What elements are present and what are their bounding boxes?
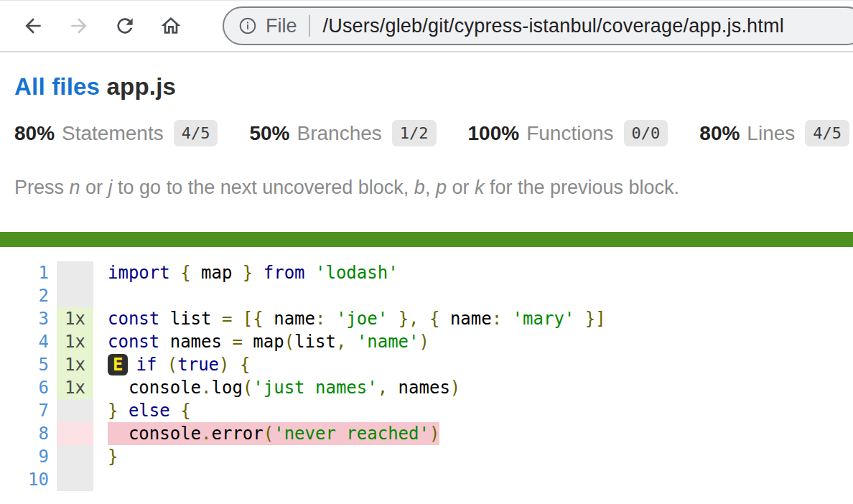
code-token: ) (419, 332, 429, 352)
address-separator (309, 15, 310, 37)
execution-count: 1x (57, 307, 93, 330)
code-token: error (212, 424, 264, 444)
code-token: : (492, 309, 502, 329)
code-line: const list = [{ name: 'joe' }, { name: '… (93, 307, 606, 330)
code-token: . (201, 424, 211, 444)
code-token (170, 263, 180, 283)
code-token: console (108, 378, 201, 398)
code-token: = (232, 332, 242, 352)
execution-count (57, 261, 93, 284)
code-token: name (264, 309, 315, 329)
code-token: true (177, 355, 219, 375)
help-text-segment: or (80, 177, 108, 198)
code-token: from (264, 263, 305, 283)
code-token: if (136, 355, 157, 375)
execution-count: 1x (57, 330, 93, 353)
source-code-view: 1import { map } from 'lodash'231xconst l… (0, 261, 853, 491)
code-line: console.log('just names', names) (93, 376, 460, 399)
url-scheme-label: File (266, 15, 297, 37)
code-line (93, 468, 108, 491)
stat-percentage: 50% (249, 122, 289, 145)
code-token: ) (429, 424, 439, 444)
line-number-gap (49, 284, 57, 307)
code-token: 'never reached' (274, 424, 429, 444)
code-line-row: 31xconst list = [{ name: 'joe' }, { name… (0, 307, 853, 330)
code-token: } (243, 263, 253, 283)
code-line: Eif (true) { (93, 353, 250, 376)
uncovered-statement-highlight: console.error('never reached') (108, 422, 439, 445)
code-token (170, 401, 180, 421)
code-line-row: 1import { map } from 'lodash' (0, 261, 853, 284)
code-token: else (129, 401, 170, 421)
code-token: 'lodash' (315, 263, 398, 283)
code-token: } (108, 401, 118, 421)
execution-count (57, 445, 93, 468)
stat-fraction-badge: 1/2 (392, 120, 437, 146)
code-line-row: 7} else { (0, 399, 853, 422)
code-token: names (388, 378, 450, 398)
shortcut-key: p (436, 177, 447, 198)
code-token: { (180, 401, 190, 421)
code-token: ( (243, 378, 253, 398)
stat-percentage: 80% (699, 122, 740, 145)
code-token: console (108, 424, 201, 444)
forward-arrow-icon (67, 14, 90, 37)
code-token: list (159, 309, 222, 329)
shortcut-key: k (475, 177, 485, 198)
line-number-gap (49, 468, 57, 491)
coverage-stat: 100%Functions0/0 (468, 120, 668, 146)
execution-count (57, 399, 93, 422)
code-token (325, 309, 335, 329)
breadcrumb-all-files-link[interactable]: All files (14, 73, 100, 100)
code-line-row: 2 (0, 284, 853, 307)
code-token: map (243, 332, 284, 352)
line-number: 1 (0, 261, 49, 284)
code-token: : (315, 309, 325, 329)
stat-fraction-badge: 0/0 (624, 120, 668, 146)
code-token (574, 309, 584, 329)
back-arrow-icon (22, 14, 45, 37)
code-line (93, 284, 108, 307)
coverage-status-bar (0, 232, 853, 247)
address-bar[interactable]: File /Users/gleb/git/cypress-istanbul/co… (223, 6, 853, 45)
execution-count (57, 284, 93, 307)
reload-button[interactable] (112, 13, 138, 39)
help-text-segment: for the previous block. (484, 177, 679, 198)
code-token: ( (264, 424, 274, 444)
stat-percentage: 80% (14, 122, 55, 145)
line-number: 7 (0, 399, 49, 422)
code-token (419, 309, 429, 329)
code-token: ( (284, 332, 294, 352)
home-icon (159, 14, 182, 37)
coverage-stat: 50%Branches1/2 (249, 120, 436, 146)
code-token: }, (398, 309, 419, 329)
line-number: 6 (0, 376, 49, 399)
line-number-gap (49, 422, 57, 445)
execution-count: 1x (57, 376, 93, 399)
help-text-segment: , (425, 177, 436, 198)
stat-fraction-badge: 4/5 (805, 120, 849, 146)
code-token (388, 309, 398, 329)
page-info-icon[interactable] (238, 17, 257, 35)
home-button[interactable] (158, 13, 184, 39)
reload-icon (113, 14, 136, 37)
code-token: list (294, 332, 336, 352)
stat-label: Functions (526, 122, 613, 145)
code-token (502, 309, 512, 329)
forward-button[interactable] (66, 13, 92, 39)
line-number-gap (49, 307, 57, 330)
code-token (118, 401, 128, 421)
back-button[interactable] (20, 13, 46, 39)
line-number: 2 (0, 284, 49, 307)
code-token: 'just names' (253, 378, 377, 398)
line-number-gap (49, 445, 57, 468)
code-token (157, 355, 167, 375)
page-title: All files app.js (14, 73, 839, 101)
stat-label: Branches (297, 122, 381, 145)
code-token: }] (585, 309, 606, 329)
url-path[interactable]: /Users/gleb/git/cypress-istanbul/coverag… (323, 15, 784, 37)
code-line-row: 51xEif (true) { (0, 353, 853, 376)
code-token: , (336, 332, 346, 352)
code-token: map (191, 263, 243, 283)
line-number: 5 (0, 353, 49, 376)
